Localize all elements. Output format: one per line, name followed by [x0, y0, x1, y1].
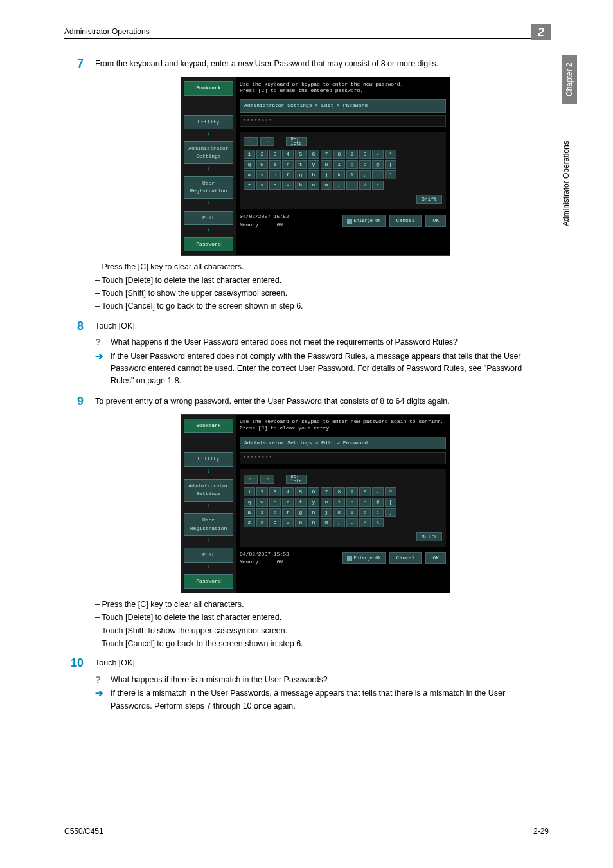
- key[interactable]: x: [256, 518, 268, 527]
- key[interactable]: 4: [282, 487, 294, 496]
- cursor-left-key[interactable]: ←: [244, 475, 258, 484]
- key[interactable]: f: [282, 508, 294, 517]
- key[interactable]: o: [346, 498, 358, 507]
- key[interactable]: n: [308, 181, 319, 190]
- key[interactable]: b: [295, 181, 306, 190]
- key[interactable]: z: [244, 518, 255, 527]
- key[interactable]: 7: [321, 487, 332, 496]
- nav-user-registration-button[interactable]: User Registration: [184, 176, 233, 199]
- key[interactable]: m: [321, 181, 332, 190]
- key[interactable]: @: [372, 160, 384, 169]
- key[interactable]: [: [385, 498, 396, 507]
- key[interactable]: t: [295, 160, 306, 169]
- key[interactable]: i: [333, 498, 345, 507]
- key[interactable]: :: [372, 508, 384, 517]
- key[interactable]: j: [321, 508, 332, 517]
- key[interactable]: j: [321, 170, 332, 179]
- nav-password-button[interactable]: Password: [184, 574, 233, 588]
- key[interactable]: e: [269, 160, 281, 169]
- key[interactable]: ,: [333, 518, 345, 527]
- key[interactable]: g: [295, 508, 306, 517]
- key[interactable]: ^: [385, 487, 396, 496]
- key[interactable]: 4: [282, 150, 294, 159]
- key[interactable]: 8: [333, 487, 345, 496]
- key[interactable]: 3: [269, 487, 281, 496]
- cursor-left-key[interactable]: ←: [244, 137, 258, 146]
- key[interactable]: v: [282, 181, 294, 190]
- key[interactable]: n: [308, 518, 319, 527]
- password-input[interactable]: ********: [240, 452, 446, 464]
- nav-edit-button[interactable]: Edit: [184, 548, 233, 562]
- nav-password-button[interactable]: Password: [184, 237, 233, 251]
- key[interactable]: i: [333, 160, 345, 169]
- shift-key[interactable]: Shift: [416, 195, 442, 204]
- key[interactable]: 6: [308, 150, 319, 159]
- enlarge-button[interactable]: Enlarge ON: [342, 215, 386, 226]
- cancel-button[interactable]: Cancel: [389, 215, 422, 226]
- nav-edit-button[interactable]: Edit: [184, 211, 233, 225]
- key[interactable]: o: [346, 160, 358, 169]
- key[interactable]: ;: [359, 170, 371, 179]
- key[interactable]: y: [308, 498, 319, 507]
- key[interactable]: y: [308, 160, 319, 169]
- key[interactable]: x: [256, 181, 268, 190]
- key[interactable]: ]: [385, 170, 396, 179]
- key[interactable]: d: [269, 170, 281, 179]
- key[interactable]: -: [372, 150, 384, 159]
- key[interactable]: 5: [295, 487, 306, 496]
- nav-utility-button[interactable]: Utility: [184, 115, 233, 129]
- nav-bookmark-button[interactable]: Bookmark: [184, 419, 233, 433]
- key[interactable]: u: [321, 498, 332, 507]
- key[interactable]: p: [359, 498, 371, 507]
- key[interactable]: @: [372, 498, 384, 507]
- key[interactable]: a: [244, 508, 255, 517]
- key[interactable]: -: [372, 487, 384, 496]
- shift-key[interactable]: Shift: [416, 532, 442, 541]
- key[interactable]: l: [346, 508, 358, 517]
- key[interactable]: 2: [256, 150, 268, 159]
- key[interactable]: 7: [321, 150, 332, 159]
- key[interactable]: .: [346, 518, 358, 527]
- key[interactable]: h: [308, 170, 319, 179]
- key[interactable]: s: [256, 508, 268, 517]
- key[interactable]: q: [244, 160, 255, 169]
- nav-admin-settings-button[interactable]: Administrator Settings: [184, 479, 233, 502]
- cursor-right-key[interactable]: →: [260, 137, 274, 146]
- key[interactable]: c: [269, 518, 281, 527]
- key[interactable]: h: [308, 508, 319, 517]
- key[interactable]: 1: [244, 487, 255, 496]
- key[interactable]: 0: [359, 150, 371, 159]
- delete-key[interactable]: De- lete: [286, 137, 306, 146]
- cancel-button[interactable]: Cancel: [389, 552, 422, 564]
- key[interactable]: 9: [346, 487, 358, 496]
- key[interactable]: 1: [244, 150, 255, 159]
- key[interactable]: :: [372, 170, 384, 179]
- ok-button[interactable]: OK: [425, 552, 446, 564]
- key[interactable]: k: [333, 170, 345, 179]
- password-input[interactable]: ********: [240, 115, 446, 127]
- key[interactable]: ^: [385, 150, 396, 159]
- key[interactable]: ]: [385, 508, 396, 517]
- nav-user-registration-button[interactable]: User Registration: [184, 513, 233, 536]
- enlarge-button[interactable]: Enlarge ON: [342, 552, 386, 564]
- key[interactable]: [: [385, 160, 396, 169]
- key[interactable]: u: [321, 160, 332, 169]
- key[interactable]: 2: [256, 487, 268, 496]
- key[interactable]: m: [321, 518, 332, 527]
- key[interactable]: t: [295, 498, 306, 507]
- key[interactable]: k: [333, 508, 345, 517]
- key[interactable]: q: [244, 498, 255, 507]
- ok-button[interactable]: OK: [425, 215, 446, 226]
- key[interactable]: r: [282, 160, 294, 169]
- key[interactable]: 8: [333, 150, 345, 159]
- key[interactable]: s: [256, 170, 268, 179]
- key[interactable]: /: [359, 181, 371, 190]
- key[interactable]: 6: [308, 487, 319, 496]
- key[interactable]: p: [359, 160, 371, 169]
- cursor-right-key[interactable]: →: [260, 475, 274, 484]
- key[interactable]: 0: [359, 487, 371, 496]
- key[interactable]: e: [269, 498, 281, 507]
- nav-bookmark-button[interactable]: Bookmark: [184, 81, 233, 95]
- key[interactable]: /: [359, 518, 371, 527]
- key[interactable]: v: [282, 518, 294, 527]
